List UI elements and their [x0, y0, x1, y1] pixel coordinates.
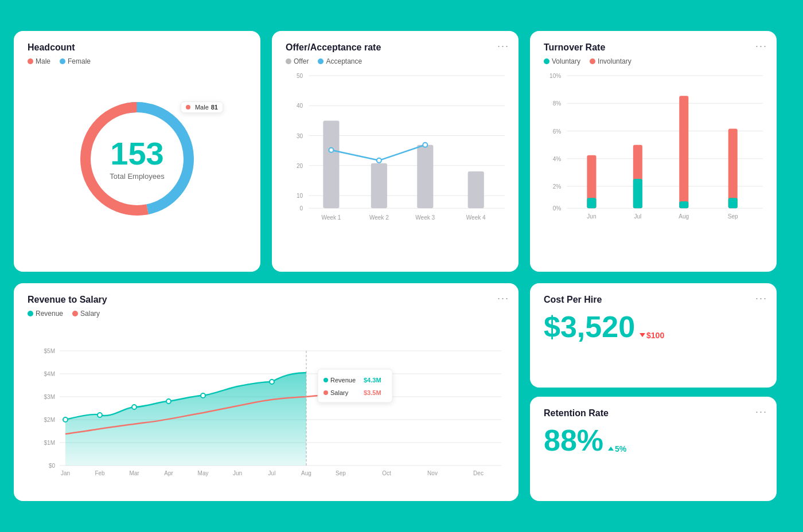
offer-acceptance-title: Offer/Acceptance rate — [286, 42, 505, 53]
retention-rate-menu[interactable]: ··· — [755, 406, 767, 418]
svg-text:Week 3: Week 3 — [415, 214, 435, 221]
retention-change-value: 5% — [615, 444, 626, 453]
revenue-title: Revenue to Salary — [28, 295, 505, 305]
svg-text:Jan: Jan — [61, 470, 70, 476]
revenue-card: Revenue to Salary ··· Revenue Salary — [14, 283, 519, 501]
tooltip-label: Male — [195, 104, 209, 111]
acceptance-dot — [318, 58, 323, 64]
bar-jun-vol — [587, 198, 596, 208]
total-employees-number: 153 — [110, 138, 164, 170]
revenue-chart-svg: $5M $4M $3M $2M $1M $0 — [28, 322, 505, 477]
rev-dot-jan — [63, 417, 68, 422]
svg-text:Feb: Feb — [95, 470, 105, 476]
retention-rate-amount: 88% — [544, 423, 603, 457]
svg-text:Oct: Oct — [382, 470, 391, 476]
cost-per-hire-title: Cost Per Hire — [544, 295, 763, 305]
svg-text:20: 20 — [297, 163, 303, 169]
cost-per-hire-menu[interactable]: ··· — [755, 292, 767, 304]
retention-rate-card: Retention Rate ··· 88% 5% — [530, 397, 777, 501]
offer-dot — [286, 58, 291, 64]
dashboard: Headcount Male Female — [0, 17, 803, 515]
legend-salary: Salary — [72, 310, 100, 318]
svg-text:50: 50 — [297, 73, 303, 79]
svg-text:0: 0 — [300, 205, 303, 212]
turnover-title: Turnover Rate — [544, 42, 763, 53]
legend-male-label: Male — [36, 57, 50, 65]
revenue-area — [65, 373, 306, 466]
svg-text:Salary: Salary — [330, 389, 349, 396]
headcount-title: Headcount — [28, 42, 247, 53]
svg-text:30: 30 — [297, 133, 303, 139]
retention-rate-value-container: 88% 5% — [544, 423, 763, 457]
turnover-legend: Voluntary Involuntary — [544, 57, 763, 65]
salary-legend-label: Salary — [80, 310, 100, 318]
retention-rate-title: Retention Rate — [544, 408, 763, 418]
svg-text:Jun: Jun — [587, 213, 596, 220]
bar-week4-offer — [468, 171, 484, 208]
rev-dot-apr — [166, 399, 171, 404]
svg-text:Jul: Jul — [634, 213, 641, 220]
turnover-menu[interactable]: ··· — [755, 40, 767, 52]
acceptance-dot-2 — [377, 158, 381, 163]
revenue-menu[interactable]: ··· — [497, 292, 509, 304]
bar-week2-offer — [371, 163, 387, 208]
offer-chart-svg: 50 40 30 20 10 0 — [286, 70, 505, 231]
svg-text:Week 4: Week 4 — [466, 214, 486, 221]
svg-text:Aug: Aug — [679, 213, 689, 220]
legend-revenue: Revenue — [28, 310, 63, 318]
legend-involuntary: Involuntary — [590, 57, 632, 65]
svg-text:Week 2: Week 2 — [369, 214, 389, 221]
legend-offer: Offer — [286, 57, 309, 65]
cost-per-hire-card: Cost Per Hire ··· $3,520 $100 — [530, 283, 777, 388]
svg-text:10: 10 — [297, 193, 303, 199]
retention-up-arrow — [608, 447, 614, 451]
svg-text:10%: 10% — [549, 73, 561, 79]
svg-text:40: 40 — [297, 103, 303, 109]
svg-text:$0: $0 — [49, 463, 56, 469]
total-employees-label: Total Employees — [110, 172, 164, 181]
donut-center: 153 Total Employees — [110, 138, 164, 181]
rev-dot-may — [201, 393, 205, 398]
offer-acceptance-card: Offer/Acceptance rate ··· Offer Acceptan… — [272, 31, 519, 272]
svg-text:2%: 2% — [553, 183, 562, 190]
acceptance-label: Acceptance — [326, 57, 362, 65]
cost-per-hire-change: $100 — [640, 331, 664, 340]
offer-acceptance-menu[interactable]: ··· — [497, 40, 509, 52]
svg-text:$4.3M: $4.3M — [364, 377, 381, 384]
cost-per-hire-amount: $3,520 — [544, 310, 635, 344]
bar-sep-vol — [728, 198, 738, 208]
rev-dot-jul — [270, 380, 274, 384]
retention-rate-change: 5% — [608, 444, 626, 453]
male-dot — [28, 58, 33, 64]
voluntary-label: Voluntary — [552, 57, 580, 65]
turnover-chart-area: 10% 8% 6% 4% 2% 0% — [544, 70, 763, 248]
headcount-legend: Male Female — [28, 57, 247, 65]
donut-container: 153 Total Employees Male 81 — [28, 70, 247, 248]
bar-week3-offer — [417, 145, 433, 209]
offer-chart-area: 50 40 30 20 10 0 — [286, 70, 505, 248]
headcount-card: Headcount Male Female — [14, 31, 260, 272]
cost-change-value: $100 — [646, 331, 664, 340]
legend-female-label: Female — [68, 57, 91, 65]
svg-text:$3M: $3M — [44, 394, 55, 400]
female-dot — [60, 58, 65, 64]
svg-text:$5M: $5M — [44, 348, 55, 354]
voluntary-dot — [544, 58, 549, 64]
bar-jul-vol — [633, 179, 642, 208]
svg-text:Mar: Mar — [129, 470, 139, 476]
revenue-dot — [28, 311, 33, 316]
cost-per-hire-value-container: $3,520 $100 — [544, 310, 763, 344]
offer-label: Offer — [294, 57, 309, 65]
svg-text:8%: 8% — [553, 100, 562, 107]
svg-text:Aug: Aug — [301, 470, 311, 476]
svg-text:Dec: Dec — [473, 470, 484, 476]
rev-dot-mar — [132, 405, 137, 409]
svg-text:Jun: Jun — [233, 470, 242, 476]
legend-female: Female — [60, 57, 91, 65]
svg-text:Jul: Jul — [268, 470, 276, 476]
revenue-legend-label: Revenue — [36, 310, 63, 318]
acceptance-dot-1 — [329, 148, 333, 152]
svg-text:$3.5M: $3.5M — [364, 389, 381, 396]
turnover-chart-svg: 10% 8% 6% 4% 2% 0% — [544, 70, 763, 231]
revenue-legend: Revenue Salary — [28, 310, 505, 318]
